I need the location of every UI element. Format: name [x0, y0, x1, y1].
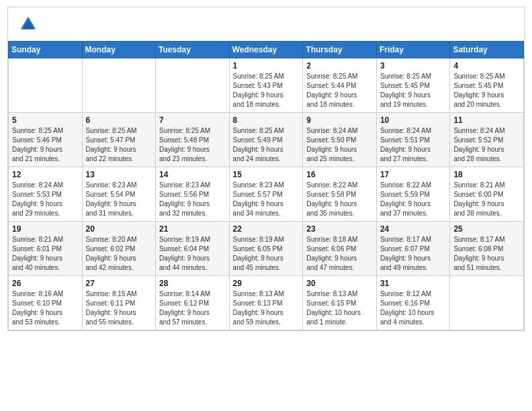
- day-number: 12: [12, 170, 79, 179]
- calendar-cell: 25Sunrise: 8:17 AM Sunset: 6:08 PM Dayli…: [450, 222, 524, 276]
- day-number: 4: [453, 61, 520, 71]
- day-number: 31: [380, 279, 446, 288]
- calendar-cell: 15Sunrise: 8:23 AM Sunset: 5:57 PM Dayli…: [229, 167, 303, 222]
- calendar-body: 1Sunrise: 8:25 AM Sunset: 5:43 PM Daylig…: [9, 58, 524, 330]
- calendar-cell: 18Sunrise: 8:21 AM Sunset: 6:00 PM Dayli…: [450, 167, 524, 222]
- day-info: Sunrise: 8:24 AM Sunset: 5:50 PM Dayligh…: [306, 126, 373, 164]
- calendar-cell: 30Sunrise: 8:13 AM Sunset: 6:15 PM Dayli…: [303, 276, 377, 330]
- day-number: 29: [233, 279, 300, 288]
- calendar-cell: 6Sunrise: 8:25 AM Sunset: 5:47 PM Daylig…: [82, 113, 156, 167]
- day-info: Sunrise: 8:17 AM Sunset: 6:07 PM Dayligh…: [380, 235, 446, 273]
- day-info: Sunrise: 8:21 AM Sunset: 6:01 PM Dayligh…: [12, 235, 79, 273]
- day-info: Sunrise: 8:22 AM Sunset: 5:59 PM Dayligh…: [380, 181, 446, 218]
- calendar-cell: [450, 276, 524, 330]
- day-info: Sunrise: 8:24 AM Sunset: 5:52 PM Dayligh…: [453, 126, 520, 164]
- calendar-cell: 14Sunrise: 8:23 AM Sunset: 5:56 PM Dayli…: [156, 167, 230, 222]
- day-info: Sunrise: 8:24 AM Sunset: 5:51 PM Dayligh…: [380, 126, 446, 164]
- day-number: 3: [380, 61, 446, 71]
- day-info: Sunrise: 8:25 AM Sunset: 5:45 PM Dayligh…: [380, 72, 446, 109]
- day-info: Sunrise: 8:13 AM Sunset: 6:15 PM Dayligh…: [306, 289, 373, 327]
- day-info: Sunrise: 8:25 AM Sunset: 5:47 PM Dayligh…: [86, 126, 152, 164]
- day-info: Sunrise: 8:23 AM Sunset: 5:54 PM Dayligh…: [86, 181, 152, 218]
- calendar-table: SundayMondayTuesdayWednesdayThursdayFrid…: [8, 41, 524, 330]
- day-info: Sunrise: 8:23 AM Sunset: 5:57 PM Dayligh…: [233, 181, 300, 218]
- day-header-tuesday: Tuesday: [156, 42, 230, 58]
- calendar-cell: 7Sunrise: 8:25 AM Sunset: 5:48 PM Daylig…: [156, 113, 230, 167]
- day-info: Sunrise: 8:13 AM Sunset: 6:13 PM Dayligh…: [233, 289, 300, 327]
- calendar-cell: 1Sunrise: 8:25 AM Sunset: 5:43 PM Daylig…: [229, 58, 303, 113]
- day-number: 7: [159, 116, 226, 125]
- day-info: Sunrise: 8:25 AM Sunset: 5:46 PM Dayligh…: [12, 126, 79, 164]
- day-info: Sunrise: 8:24 AM Sunset: 5:53 PM Dayligh…: [12, 181, 79, 218]
- day-number: 20: [86, 224, 152, 234]
- logo: [18, 14, 41, 34]
- calendar-cell: 26Sunrise: 8:16 AM Sunset: 6:10 PM Dayli…: [9, 276, 83, 330]
- calendar-header-row: SundayMondayTuesdayWednesdayThursdayFrid…: [9, 42, 524, 58]
- day-number: 30: [306, 279, 373, 288]
- day-number: 22: [233, 224, 300, 234]
- day-number: 1: [233, 61, 300, 71]
- day-info: Sunrise: 8:14 AM Sunset: 6:12 PM Dayligh…: [159, 289, 226, 327]
- day-number: 17: [380, 170, 446, 179]
- day-number: 19: [12, 224, 79, 234]
- calendar-cell: 21Sunrise: 8:19 AM Sunset: 6:04 PM Dayli…: [156, 222, 230, 276]
- day-info: Sunrise: 8:17 AM Sunset: 6:08 PM Dayligh…: [453, 235, 520, 273]
- day-number: 26: [12, 279, 79, 288]
- day-info: Sunrise: 8:18 AM Sunset: 6:06 PM Dayligh…: [306, 235, 373, 273]
- calendar-cell: 5Sunrise: 8:25 AM Sunset: 5:46 PM Daylig…: [9, 113, 83, 167]
- day-number: 5: [12, 116, 79, 125]
- day-number: 14: [159, 170, 226, 179]
- day-header-wednesday: Wednesday: [229, 42, 303, 58]
- days-header: SundayMondayTuesdayWednesdayThursdayFrid…: [9, 42, 524, 58]
- day-info: Sunrise: 8:20 AM Sunset: 6:02 PM Dayligh…: [86, 235, 152, 273]
- week-row-4: 19Sunrise: 8:21 AM Sunset: 6:01 PM Dayli…: [9, 222, 524, 276]
- day-info: Sunrise: 8:16 AM Sunset: 6:10 PM Dayligh…: [12, 289, 79, 327]
- calendar-cell: [156, 58, 230, 113]
- calendar-cell: 28Sunrise: 8:14 AM Sunset: 6:12 PM Dayli…: [156, 276, 230, 330]
- calendar-cell: [82, 58, 156, 113]
- day-info: Sunrise: 8:22 AM Sunset: 5:58 PM Dayligh…: [306, 181, 373, 218]
- day-info: Sunrise: 8:12 AM Sunset: 6:16 PM Dayligh…: [380, 289, 446, 327]
- calendar-cell: 16Sunrise: 8:22 AM Sunset: 5:58 PM Dayli…: [303, 167, 377, 222]
- calendar-cell: 10Sunrise: 8:24 AM Sunset: 5:51 PM Dayli…: [376, 113, 449, 167]
- calendar-cell: 8Sunrise: 8:25 AM Sunset: 5:49 PM Daylig…: [229, 113, 303, 167]
- day-number: 9: [306, 116, 373, 125]
- day-header-saturday: Saturday: [450, 42, 524, 58]
- calendar-header: [8, 7, 524, 41]
- day-number: 2: [306, 61, 373, 71]
- calendar-cell: 9Sunrise: 8:24 AM Sunset: 5:50 PM Daylig…: [303, 113, 377, 167]
- week-row-1: 1Sunrise: 8:25 AM Sunset: 5:43 PM Daylig…: [9, 58, 524, 113]
- day-header-sunday: Sunday: [9, 42, 83, 58]
- day-number: 21: [159, 224, 226, 234]
- day-info: Sunrise: 8:25 AM Sunset: 5:44 PM Dayligh…: [306, 72, 373, 109]
- calendar-cell: 13Sunrise: 8:23 AM Sunset: 5:54 PM Dayli…: [82, 167, 156, 222]
- calendar-cell: 22Sunrise: 8:19 AM Sunset: 6:05 PM Dayli…: [229, 222, 303, 276]
- week-row-3: 12Sunrise: 8:24 AM Sunset: 5:53 PM Dayli…: [9, 167, 524, 222]
- day-info: Sunrise: 8:21 AM Sunset: 6:00 PM Dayligh…: [453, 181, 520, 218]
- day-number: 24: [380, 224, 446, 234]
- day-number: 28: [159, 279, 226, 288]
- calendar-cell: 12Sunrise: 8:24 AM Sunset: 5:53 PM Dayli…: [9, 167, 83, 222]
- calendar-cell: 11Sunrise: 8:24 AM Sunset: 5:52 PM Dayli…: [450, 113, 524, 167]
- day-info: Sunrise: 8:23 AM Sunset: 5:56 PM Dayligh…: [159, 181, 226, 218]
- day-number: 8: [233, 116, 300, 125]
- day-header-monday: Monday: [82, 42, 156, 58]
- day-number: 27: [86, 279, 152, 288]
- day-number: 10: [380, 116, 446, 125]
- calendar-cell: 2Sunrise: 8:25 AM Sunset: 5:44 PM Daylig…: [303, 58, 377, 113]
- calendar-cell: 27Sunrise: 8:15 AM Sunset: 6:11 PM Dayli…: [82, 276, 156, 330]
- calendar-cell: 29Sunrise: 8:13 AM Sunset: 6:13 PM Dayli…: [229, 276, 303, 330]
- day-number: 18: [453, 170, 520, 179]
- calendar-cell: 20Sunrise: 8:20 AM Sunset: 6:02 PM Dayli…: [82, 222, 156, 276]
- week-row-2: 5Sunrise: 8:25 AM Sunset: 5:46 PM Daylig…: [9, 113, 524, 167]
- day-header-thursday: Thursday: [303, 42, 377, 58]
- logo-icon: [18, 14, 38, 34]
- calendar-cell: 24Sunrise: 8:17 AM Sunset: 6:07 PM Dayli…: [376, 222, 449, 276]
- calendar-cell: 23Sunrise: 8:18 AM Sunset: 6:06 PM Dayli…: [303, 222, 377, 276]
- day-info: Sunrise: 8:25 AM Sunset: 5:43 PM Dayligh…: [233, 72, 300, 109]
- day-info: Sunrise: 8:19 AM Sunset: 6:05 PM Dayligh…: [233, 235, 300, 273]
- day-number: 25: [453, 224, 520, 234]
- day-number: 15: [233, 170, 300, 179]
- day-info: Sunrise: 8:19 AM Sunset: 6:04 PM Dayligh…: [159, 235, 226, 273]
- calendar-cell: 3Sunrise: 8:25 AM Sunset: 5:45 PM Daylig…: [376, 58, 449, 113]
